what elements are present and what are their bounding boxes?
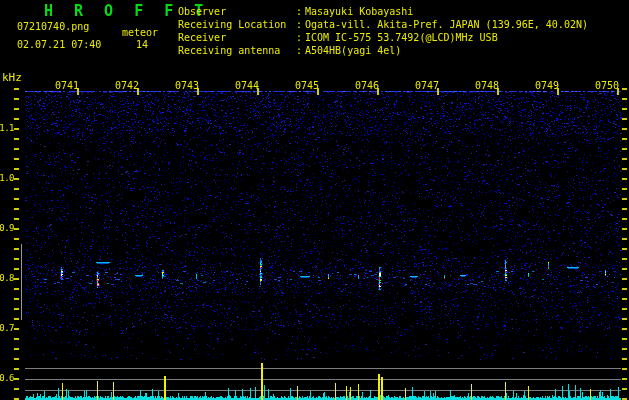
meteor-count: 14 bbox=[136, 39, 148, 50]
station-info-row: Receiver:ICOM IC-575 53.7492(@LCD)MHz US… bbox=[178, 31, 588, 44]
spectrogram-canvas bbox=[0, 0, 629, 400]
time-axis-label: 0743 bbox=[174, 80, 200, 91]
time-axis-label: 0745 bbox=[294, 80, 320, 91]
time-axis-label: 0748 bbox=[474, 80, 500, 91]
station-info-block: Observer:Masayuki KobayashiReceiving Loc… bbox=[178, 5, 588, 57]
observation-mode-label: meteor bbox=[122, 27, 158, 38]
time-axis-label: 0741 bbox=[54, 80, 80, 91]
info-field-value: Masayuki Kobayashi bbox=[305, 5, 413, 18]
info-field-label: Observer bbox=[178, 5, 296, 18]
info-field-colon: : bbox=[296, 18, 305, 31]
frame-datetime: 02.07.21 07:40 bbox=[17, 39, 101, 50]
info-field-value: A504HB(yagi 4el) bbox=[305, 44, 401, 57]
info-field-label: Receiver bbox=[178, 31, 296, 44]
station-info-row: Observer:Masayuki Kobayashi bbox=[178, 5, 588, 18]
station-info-row: Receiving antenna:A504HB(yagi 4el) bbox=[178, 44, 588, 57]
y-axis-unit-label: kHz bbox=[2, 71, 22, 84]
freq-axis-label: 1.0 bbox=[0, 173, 14, 183]
time-axis-label: 0744 bbox=[234, 80, 260, 91]
freq-axis-label: 0.8 bbox=[0, 273, 14, 283]
info-field-colon: : bbox=[296, 44, 305, 57]
freq-axis-label: 0.6 bbox=[0, 373, 14, 383]
freq-axis-label: 0.7 bbox=[0, 323, 14, 333]
time-axis-label: 0746 bbox=[354, 80, 380, 91]
time-axis-label: 0749 bbox=[534, 80, 560, 91]
info-field-value: Ogata-vill. Akita-Pref. JAPAN (139.96E, … bbox=[305, 18, 588, 31]
time-axis-label: 0750 bbox=[594, 80, 620, 91]
info-field-value: ICOM IC-575 53.7492(@LCD)MHz USB bbox=[305, 31, 498, 44]
freq-axis-label: 0.9 bbox=[0, 223, 14, 233]
info-field-label: Receiving antenna bbox=[178, 44, 296, 57]
time-axis-label: 0742 bbox=[114, 80, 140, 91]
info-field-label: Receiving Location bbox=[178, 18, 296, 31]
output-filename: 07210740.png bbox=[17, 21, 89, 32]
info-field-colon: : bbox=[296, 31, 305, 44]
freq-axis-label: 1.1 bbox=[0, 123, 14, 133]
time-axis-label: 0747 bbox=[414, 80, 440, 91]
info-field-colon: : bbox=[296, 5, 305, 18]
hrofft-window: H R O F F T 07210740.png meteor 02.07.21… bbox=[0, 0, 629, 400]
station-info-row: Receiving Location:Ogata-vill. Akita-Pre… bbox=[178, 18, 588, 31]
